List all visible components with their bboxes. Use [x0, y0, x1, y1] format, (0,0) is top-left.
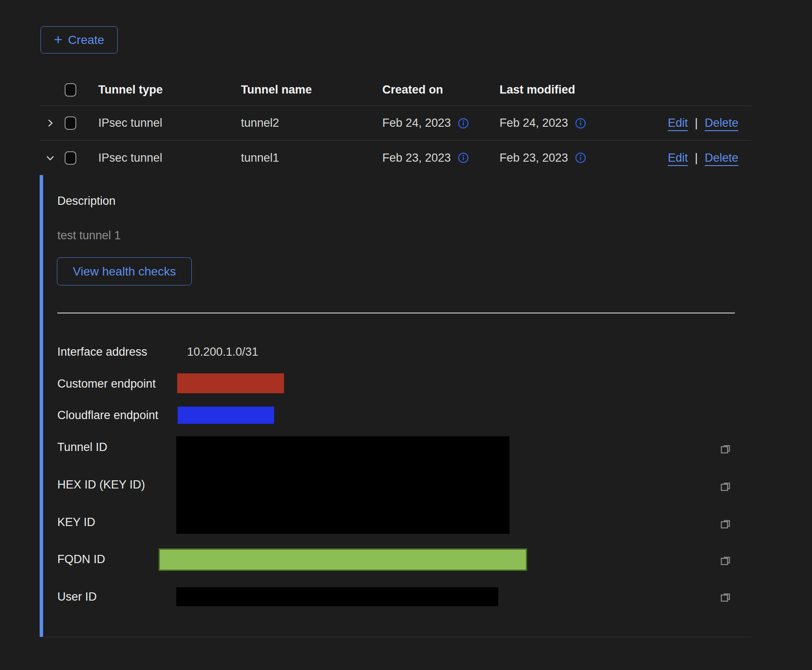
- interface-address-label: Interface address: [57, 345, 147, 359]
- info-icon[interactable]: [458, 152, 469, 163]
- created-on-cell: Feb 24, 2023: [382, 116, 451, 130]
- row-checkbox[interactable]: [65, 151, 76, 165]
- tunnel-type-cell: IPsec tunnel: [93, 116, 236, 130]
- customer-endpoint-label: Customer endpoint: [57, 377, 156, 391]
- customer-endpoint-redacted-value: [177, 373, 284, 393]
- user-id-redacted-value: [176, 587, 498, 606]
- action-separator: |: [695, 151, 698, 165]
- tunnel-name-cell: tunnel1: [236, 151, 377, 165]
- table-header-row: Tunnel type Tunnel name Created on Last …: [40, 74, 751, 106]
- chevron-right-icon[interactable]: [45, 118, 56, 128]
- cloudflare-endpoint-label: Cloudflare endpoint: [57, 408, 158, 422]
- delete-link[interactable]: Delete: [705, 151, 738, 165]
- description-value: test tunnel 1: [57, 229, 121, 242]
- hex-id-label: HEX ID (KEY ID): [57, 478, 145, 492]
- tunnel-type-cell: IPsec tunnel: [93, 151, 236, 165]
- plus-icon: +: [54, 32, 62, 47]
- header-last-modified: Last modified: [494, 83, 624, 97]
- last-modified-cell: Feb 24, 2023: [500, 116, 568, 130]
- interface-address-value: 10.200.1.0/31: [187, 345, 258, 359]
- fqdn-id-redacted-value: [159, 548, 527, 571]
- create-button-label: Create: [68, 33, 104, 47]
- edit-link[interactable]: Edit: [668, 151, 688, 165]
- tunnel-name-cell: tunnel2: [236, 116, 377, 130]
- select-all-checkbox[interactable]: [65, 83, 76, 97]
- copy-hex-id-button[interactable]: [718, 479, 733, 494]
- cloudflare-endpoint-redacted-value: [178, 407, 274, 424]
- header-created-on: Created on: [377, 83, 494, 97]
- created-on-cell: Feb 23, 2023: [382, 151, 451, 165]
- info-icon[interactable]: [575, 118, 586, 129]
- create-button[interactable]: + Create: [41, 26, 118, 53]
- section-divider: [57, 313, 735, 313]
- view-health-checks-button[interactable]: View health checks: [57, 257, 192, 285]
- tunnel-id-label: Tunnel ID: [57, 440, 107, 454]
- tunnels-table: Tunnel type Tunnel name Created on Last …: [40, 74, 751, 175]
- info-icon[interactable]: [575, 152, 586, 163]
- key-id-label: KEY ID: [57, 515, 95, 529]
- edit-link[interactable]: Edit: [668, 116, 688, 130]
- copy-key-id-button[interactable]: [718, 517, 733, 531]
- copy-tunnel-id-button[interactable]: [718, 441, 733, 456]
- last-modified-cell: Feb 23, 2023: [500, 151, 568, 165]
- header-tunnel-name: Tunnel name: [236, 83, 377, 97]
- delete-link[interactable]: Delete: [705, 116, 738, 130]
- chevron-down-icon[interactable]: [45, 153, 56, 163]
- description-label: Description: [57, 194, 116, 208]
- fqdn-id-label: FQDN ID: [57, 552, 105, 566]
- action-separator: |: [695, 116, 698, 130]
- copy-user-id-button[interactable]: [718, 590, 733, 604]
- header-tunnel-type: Tunnel type: [93, 83, 236, 97]
- row-checkbox[interactable]: [65, 116, 76, 130]
- table-row-tunnel2: IPsec tunnel tunnel2 Feb 24, 2023 Feb 24…: [40, 106, 751, 141]
- tunnel-details-panel: Description test tunnel 1 View health ch…: [40, 175, 751, 637]
- copy-fqdn-id-button[interactable]: [718, 553, 733, 568]
- expanded-row-accent-bar: [40, 175, 43, 637]
- info-icon[interactable]: [458, 118, 469, 129]
- user-id-label: User ID: [57, 590, 97, 604]
- ids-redacted-value: [176, 436, 509, 534]
- table-row-tunnel1: IPsec tunnel tunnel1 Feb 23, 2023 Feb 23…: [40, 141, 751, 175]
